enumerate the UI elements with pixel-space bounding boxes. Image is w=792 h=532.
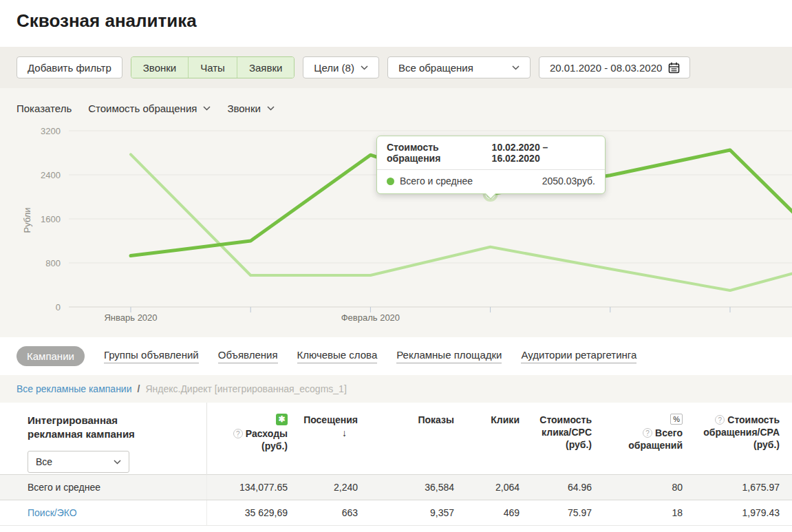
chevron-down-icon <box>203 106 211 111</box>
column-clicks-label[interactable]: Клики <box>454 414 520 426</box>
campaign-filter-value: Все <box>36 456 52 468</box>
table-row-total: Всего и среднее 134,077.65 2,240 36,584 … <box>0 474 792 500</box>
percent-toggle-icon[interactable]: % <box>670 414 683 425</box>
column-cpc-label[interactable]: Стоимость клика/CPC <box>520 414 592 438</box>
breadcrumb-parent-link[interactable]: Все рекламные кампании <box>17 383 132 394</box>
metric-primary-value: Стоимость обращения <box>88 103 197 114</box>
segment-calls[interactable]: Звонки <box>131 57 188 78</box>
goals-dropdown[interactable]: Цели (8) <box>303 56 379 78</box>
column-cpa: ?Стоимость обращения/CPA (руб.) <box>683 403 792 474</box>
line-chart[interactable]: 0800160024003200РублиЯнварь 2020Февраль … <box>0 88 792 337</box>
metric-primary-dropdown[interactable]: Стоимость обращения <box>88 103 211 114</box>
chevron-down-icon <box>114 460 121 465</box>
add-filter-button[interactable]: Добавить фильтр <box>17 56 122 78</box>
y-axis-title: Рубли <box>22 207 32 233</box>
table-header-row: Интегрированная рекламная кампания Все ✱… <box>0 403 792 474</box>
column-cpa-label[interactable]: ?Стоимость обращения/CPA <box>683 414 780 438</box>
column-visits-label[interactable]: Посещения <box>303 414 358 426</box>
cell-total-appeals: 80 <box>592 474 683 500</box>
row-label: Поиск/ЭКО <box>0 500 206 525</box>
analytics-page: Сквозная аналитика Добавить фильтр Звонк… <box>0 0 792 532</box>
column-cpc: Стоимость клика/CPC (руб.) <box>520 403 592 474</box>
tooltip-metric: Стоимость обращения <box>387 142 492 164</box>
y-axis-tick-label: 1600 <box>41 214 61 224</box>
y-axis-tick-label: 3200 <box>41 126 61 136</box>
column-total-appeals-label[interactable]: ?Всего обращений <box>592 427 683 451</box>
tab-retargeting[interactable]: Аудитории ретаргетинга <box>521 349 636 363</box>
campaign-filter-select[interactable]: Все <box>28 451 129 473</box>
tooltip-header: Стоимость обращения 10.02.2020 – 16.02.2… <box>377 136 605 170</box>
cell-cpc: 64.96 <box>520 474 592 500</box>
y-axis-tick-label: 800 <box>45 258 61 268</box>
chart-tooltip: Стоимость обращения 10.02.2020 – 16.02.2… <box>376 136 606 194</box>
segment-applications[interactable]: Заявки <box>237 57 294 78</box>
cell-costs: 134,077.65 <box>206 474 288 500</box>
goals-label: Цели (8) <box>314 62 354 74</box>
tab-ads[interactable]: Объявления <box>218 349 278 363</box>
tooltip-period: 10.02.2020 – 16.02.2020 <box>492 142 595 164</box>
chevron-down-icon <box>267 106 275 111</box>
page-header: Сквозная аналитика <box>0 0 792 47</box>
cell-visits: 2,240 <box>288 474 358 500</box>
tooltip-series-label: Всего и среднее <box>400 175 473 187</box>
tab-ad-groups[interactable]: Группы объявлений <box>104 349 199 363</box>
metric-secondary-value: Звонки <box>227 103 260 114</box>
chevron-down-icon <box>361 65 368 70</box>
tab-keywords[interactable]: Ключевые слова <box>297 349 378 363</box>
campaign-link[interactable]: Поиск/ЭКО <box>28 507 77 518</box>
cell-visits: 663 <box>288 500 358 525</box>
appeals-select[interactable]: Все обращения <box>387 56 531 78</box>
channel-segment-group: Звонки Чаты Заявки <box>131 56 295 78</box>
cell-cpa: 1,979.43 <box>683 500 792 525</box>
campaigns-table: Интегрированная рекламная кампания Все ✱… <box>0 403 792 526</box>
breadcrumb: Все рекламные кампании / Яндекс.Директ [… <box>0 375 792 403</box>
appeals-value: Все обращения <box>398 62 473 74</box>
add-filter-label: Добавить фильтр <box>28 62 111 74</box>
cell-cpc: 75.97 <box>520 500 592 525</box>
tooltip-value: 2050.03руб. <box>542 175 595 187</box>
tooltip-pointer <box>484 193 497 200</box>
chart-section: Показатель Стоимость обращения Звонки 08… <box>0 88 792 337</box>
column-clicks: Клики <box>454 403 520 474</box>
breadcrumb-current: Яндекс.Директ [интегрированная_ecogms_1] <box>145 383 346 394</box>
segment-chats[interactable]: Чаты <box>188 57 237 78</box>
metric-bar-label: Показатель <box>17 103 72 114</box>
help-icon[interactable]: ? <box>715 415 725 425</box>
column-total-appeals: % ?Всего обращений <box>592 403 683 474</box>
metric-bar: Показатель Стоимость обращения Звонки <box>17 103 275 114</box>
sort-desc-icon[interactable]: ↓ <box>342 427 358 439</box>
column-campaign: Интегрированная рекламная кампания Все <box>0 403 206 474</box>
column-campaign-label: Интегрированная рекламная кампания <box>28 414 172 440</box>
cell-total-appeals: 18 <box>592 500 683 525</box>
tab-campaigns[interactable]: Кампании <box>17 346 85 366</box>
segment-calls-label: Звонки <box>143 62 176 74</box>
help-icon[interactable]: ? <box>233 429 243 438</box>
help-icon[interactable]: ? <box>643 428 652 438</box>
report-tabs: Кампании Группы объявлений Объявления Кл… <box>0 337 792 375</box>
cell-costs: 35 629,69 <box>206 500 288 525</box>
cell-impressions: 9,357 <box>358 500 454 525</box>
cell-cpa: 1,675.97 <box>683 474 792 500</box>
cell-clicks: 469 <box>454 500 520 525</box>
y-axis-tick-label: 2400 <box>41 170 61 180</box>
page-title: Сквозная аналитика <box>17 10 792 32</box>
column-cpc-unit: (руб.) <box>520 438 592 451</box>
row-label: Всего и среднее <box>0 474 206 500</box>
column-impressions-label[interactable]: Показы <box>358 414 454 426</box>
tooltip-row: Всего и среднее 2050.03руб. <box>377 170 605 193</box>
column-visits: Посещения ↓ <box>288 403 358 474</box>
column-settings-gear-icon[interactable]: ✱ <box>276 414 288 425</box>
tooltip-series: Всего и среднее <box>387 175 473 187</box>
segment-chats-label: Чаты <box>200 62 225 74</box>
tab-placements[interactable]: Рекламные площадки <box>396 349 502 363</box>
metric-secondary-dropdown[interactable]: Звонки <box>227 103 274 114</box>
table-row: Поиск/ЭКО 35 629,69 663 9,357 469 75.97 … <box>0 500 792 525</box>
x-axis-month-label: Январь 2020 <box>104 312 157 323</box>
column-cpa-unit: (руб.) <box>683 438 780 451</box>
column-costs-label[interactable]: ?Расходы <box>233 427 288 440</box>
date-range-picker[interactable]: 20.01.2020 - 08.03.2020 <box>539 56 690 78</box>
column-costs-unit: (руб.) <box>261 440 288 452</box>
calendar-icon <box>668 62 680 74</box>
breadcrumb-separator: / <box>138 383 140 394</box>
cell-clicks: 2,064 <box>454 474 520 500</box>
